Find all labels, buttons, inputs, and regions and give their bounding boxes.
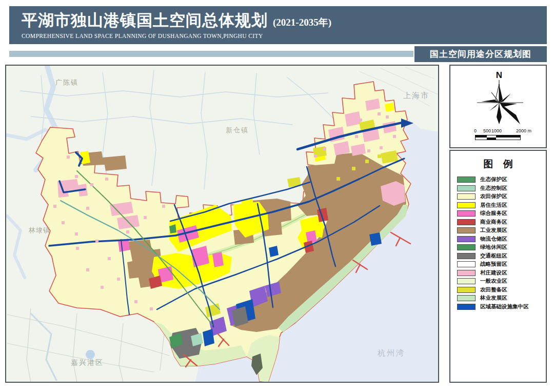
map-svg: 广陈镇新仓镇上海市林埭镇嘉兴港区杭州湾 [6, 66, 438, 382]
legend-swatch [457, 295, 476, 301]
legend-swatch [457, 270, 476, 276]
legend-label: 绿地休闲区 [480, 244, 507, 251]
legend-item: 林业发展区 [450, 294, 546, 303]
village-small-bits [393, 135, 396, 138]
title-banner: 平湖市独山港镇国土空间总体规划 (2021-2035年) COMPREHENSI… [9, 6, 547, 44]
infra-block-2 [369, 232, 382, 246]
legend-swatch [457, 202, 476, 208]
legend-swatch [457, 185, 476, 191]
village-small-bits [359, 149, 362, 152]
compass-panel: N 050010002000 m [449, 65, 547, 148]
village-small-bits [134, 300, 137, 303]
compass-rose: N [450, 66, 546, 126]
map-label-guangchen-town: 广陈镇 [55, 79, 78, 86]
farmland-prep-bits [365, 160, 369, 163]
scale-segment [476, 138, 487, 140]
legend-label: 生态保护区 [480, 176, 507, 183]
scale-tick: 0 [474, 128, 477, 133]
village-small-bits [95, 240, 98, 243]
legend-swatch [457, 177, 476, 183]
legend-item: 一般农业区 [450, 277, 546, 286]
village-small-bits [339, 149, 342, 152]
scale-segment [496, 138, 520, 140]
village-small-bits [162, 205, 165, 208]
legend-swatch [457, 236, 476, 242]
legend-item: 战略预留区 [450, 260, 546, 269]
village-small-bits [101, 286, 104, 289]
map-label-lindai-town: 林埭镇 [28, 226, 50, 234]
village-small-bits [67, 155, 70, 159]
legend-item: 农田整备区 [450, 286, 546, 295]
legend-label: 农田整备区 [480, 286, 507, 293]
village-small-bits [386, 115, 389, 119]
legend-label: 农田保护区 [480, 193, 507, 200]
legend-swatch [457, 278, 476, 284]
title-line: 平湖市独山港镇国土空间总体规划 (2021-2035年) [22, 10, 547, 31]
legend-item: 工业发展区 [450, 226, 546, 235]
village-small-bits [367, 149, 370, 152]
map-label-shanghai-city: 上海市 [403, 91, 429, 100]
village-small-bits [323, 147, 326, 150]
legend-label: 战略预留区 [480, 261, 507, 268]
legend-item: 村庄建设区 [450, 269, 546, 278]
accent-strip [9, 51, 413, 57]
legend-label: 交通枢纽区 [480, 252, 507, 260]
village-small-bits [117, 278, 120, 281]
village-small-bits [126, 230, 129, 233]
map-label-xincang-town: 新仓镇 [226, 126, 249, 134]
infra-block-4 [269, 246, 279, 257]
village-small-bits [86, 207, 89, 210]
village-small-bits [359, 119, 362, 122]
scale-tick: 1000 [491, 128, 502, 133]
village-small-bits [144, 216, 147, 219]
legend-label: 区域基础设施集中区 [480, 303, 529, 310]
compass-star [481, 84, 520, 124]
map-label-hangzhou-bay: 杭州湾 [377, 348, 405, 357]
legend-item: 生态保护区 [450, 175, 546, 184]
legend-label: 居住生活区 [480, 202, 507, 209]
village-small-bits [108, 257, 111, 260]
scale-tick: 500 [483, 128, 491, 133]
scale-bar: 050010002000 m [475, 128, 526, 145]
village-small-bits [75, 232, 78, 236]
legend-item: 综合服务区 [450, 209, 546, 218]
village-small-bits [53, 205, 56, 208]
legend-label: 工业发展区 [480, 227, 507, 234]
legend-item: 商业商务区 [450, 218, 546, 227]
village-small-bits [371, 137, 374, 140]
legend-item: 生态控制区 [450, 184, 546, 193]
legend-item: 绿地休闲区 [450, 243, 546, 252]
village-small-bits [62, 221, 65, 224]
village-small-bits [76, 247, 79, 250]
village-small-bits [86, 268, 89, 271]
page: { "header": { "title_cn": "平湖市独山港镇国土空间总体… [0, 0, 554, 392]
legend-item: 物流仓储区 [450, 235, 546, 244]
legend-label: 物流仓储区 [480, 236, 507, 243]
legend-swatch [457, 244, 476, 250]
village-small-bits [75, 175, 78, 178]
legend-label: 综合服务区 [480, 210, 507, 217]
farmland-prep-bits [352, 167, 355, 170]
village-small-bits [90, 183, 93, 186]
village-small-bits [314, 154, 317, 158]
map-label-jiaxing-port: 嘉兴港区 [71, 358, 104, 366]
legend-swatch [457, 287, 476, 293]
scale-segment [487, 138, 496, 140]
legend-title: 图 例 [450, 158, 546, 171]
legend-items: 生态保护区生态控制区农田保护区居住生活区综合服务区商业商务区工业发展区物流仓储区… [450, 175, 546, 311]
residential-ne-2 [385, 103, 394, 112]
village-small-bits [355, 135, 358, 138]
legend-panel: 图 例 生态保护区生态控制区农田保护区居住生活区综合服务区商业商务区工业发展区物… [449, 150, 547, 383]
legend-swatch [457, 304, 476, 310]
village-small-bits [380, 146, 383, 149]
legend-swatch [457, 261, 476, 267]
legend-item: 农田保护区 [450, 192, 546, 201]
legend-label: 一般农业区 [480, 278, 507, 285]
map-subtitle: 国土空间用途分区规划图 [414, 46, 547, 62]
legend-label: 生态控制区 [480, 185, 507, 192]
infra-block-3 [203, 329, 214, 346]
village-small-bits [105, 178, 108, 181]
legend-label: 林业发展区 [480, 295, 507, 302]
farmland-prep-bits [337, 177, 340, 181]
page-title-en: COMPREHENSIVE LAND SPACE PLANNING OF DUS… [22, 33, 547, 39]
